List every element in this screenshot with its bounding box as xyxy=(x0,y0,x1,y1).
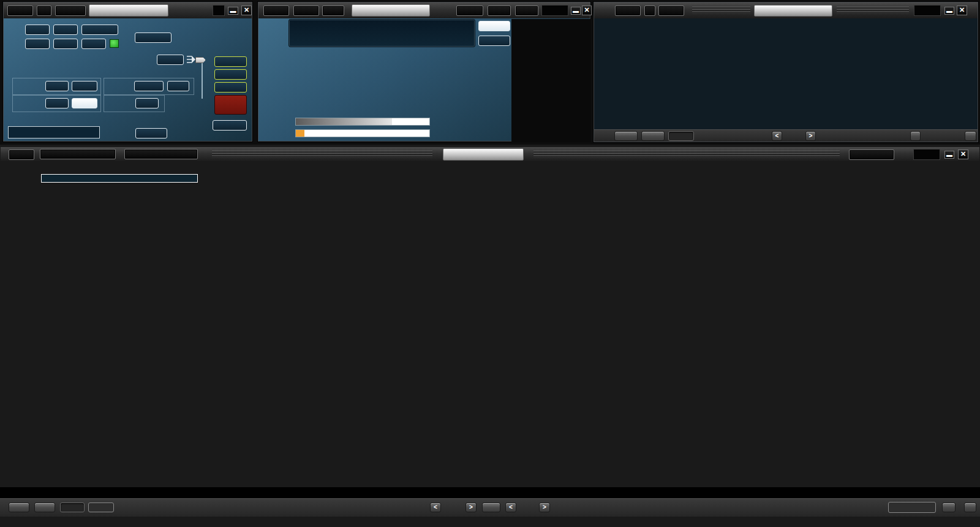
del-vrx-button[interactable] xyxy=(214,69,247,80)
rdsw-button[interactable] xyxy=(293,6,319,16)
mainsp-title[interactable] xyxy=(443,148,524,161)
main-x-axis-labels xyxy=(0,287,973,296)
fmaf-button[interactable] xyxy=(658,6,684,16)
titlebar-grip xyxy=(533,151,840,158)
rf-gain-handle[interactable] xyxy=(195,57,206,63)
aux-info-button[interactable] xyxy=(910,131,921,141)
aux-spectrum-canvas[interactable] xyxy=(594,18,979,72)
exw-button[interactable] xyxy=(322,6,344,16)
aux-sp-panel: ▬ ✕ < > xyxy=(593,1,979,143)
main-panel-title[interactable] xyxy=(89,4,168,17)
vfo-button[interactable] xyxy=(482,502,500,512)
add-vrx-button[interactable] xyxy=(214,56,247,67)
aux-close-button[interactable]: ✕ xyxy=(957,6,967,15)
main-plugins-button[interactable] xyxy=(55,6,86,16)
titlebar-grip xyxy=(692,7,750,14)
step-lock-button[interactable] xyxy=(849,150,894,160)
rx-control-panel: ▬ ✕ xyxy=(257,1,591,142)
sp2-button[interactable] xyxy=(53,39,78,49)
squelch-slider[interactable] xyxy=(295,118,430,126)
main-ma-button[interactable] xyxy=(37,6,51,16)
tuner2-bias-button[interactable] xyxy=(45,98,69,108)
rx-sett-button[interactable] xyxy=(263,6,289,16)
aux-sett-button[interactable] xyxy=(615,6,641,16)
titlebar-grip xyxy=(837,7,909,14)
aux-panel-title[interactable] xyxy=(754,5,832,17)
peak-button[interactable] xyxy=(478,21,510,31)
rx-close-button[interactable]: ✕ xyxy=(582,6,592,15)
stop-button[interactable] xyxy=(214,95,247,115)
zoom-in-button[interactable]: > xyxy=(466,502,477,512)
notch-mwfm-button[interactable] xyxy=(134,81,164,91)
ifmode-lif-button[interactable] xyxy=(135,98,159,108)
zoom-out-button[interactable]: < xyxy=(430,502,441,512)
mainsp-minimize-button[interactable]: ▬ xyxy=(944,151,954,159)
rx-minimize-button[interactable]: ▬ xyxy=(571,7,581,15)
squelch-slider-fill xyxy=(296,118,392,125)
mem-pan-button[interactable] xyxy=(213,120,247,131)
main-sp-window: ▬ ✕ < > < xyxy=(0,145,980,527)
wf-view-button[interactable] xyxy=(34,502,55,512)
sp-view-button[interactable] xyxy=(9,502,29,512)
iq-out-button[interactable] xyxy=(478,36,510,46)
volume-slider[interactable] xyxy=(295,129,430,137)
aux-f-button[interactable] xyxy=(644,6,655,16)
tuner1-hiz-button[interactable] xyxy=(45,81,69,91)
sp1-button[interactable] xyxy=(25,39,50,49)
mainsp-close-button[interactable]: ✕ xyxy=(958,150,968,159)
save-ws-button[interactable] xyxy=(135,128,167,138)
mctr-button[interactable] xyxy=(488,6,511,16)
aux-sp-view-button[interactable] xyxy=(614,131,638,141)
aux-spwf-view-button[interactable] xyxy=(668,131,694,141)
tuner2-50ohm-button[interactable] xyxy=(72,98,97,108)
scheduler-button[interactable] xyxy=(81,25,118,35)
aux-zoom-in-button[interactable]: > xyxy=(805,131,816,141)
titlebar-grip xyxy=(212,151,432,158)
main-sett-button[interactable] xyxy=(7,6,33,16)
notch-dab-button[interactable] xyxy=(167,81,189,91)
main-panel-titlebar[interactable]: ▬ ✕ xyxy=(4,2,252,18)
aux-wf-view-button[interactable] xyxy=(641,131,665,141)
s-meter xyxy=(41,174,198,183)
aux-zoom-out-button[interactable]: < xyxy=(772,131,782,141)
resize-button[interactable] xyxy=(964,502,976,512)
aux-waterfall-canvas[interactable] xyxy=(594,80,979,130)
spwf-view-button[interactable] xyxy=(60,502,85,512)
tuner1-50ohm-button[interactable] xyxy=(72,81,97,91)
mainsp-sett-button[interactable] xyxy=(9,150,34,160)
main-vrx-digit xyxy=(213,5,225,16)
combo-view-button[interactable] xyxy=(88,502,114,512)
load-bars xyxy=(8,126,100,138)
rx-titlebar[interactable]: ▬ ✕ xyxy=(258,2,590,18)
scan-button[interactable] xyxy=(53,25,78,35)
rx-panel-title[interactable] xyxy=(352,4,430,17)
main-close-button[interactable]: ✕ xyxy=(241,6,252,15)
aux-minimize-button[interactable]: ▬ xyxy=(944,7,954,15)
aux-titlebar[interactable]: ▬ ✕ xyxy=(594,2,978,18)
opt-button[interactable] xyxy=(25,25,50,35)
decimation-value[interactable] xyxy=(157,55,184,65)
rbw-up-button[interactable]: > xyxy=(539,502,550,512)
frequency-display[interactable] xyxy=(288,19,475,47)
rx-button[interactable] xyxy=(81,39,106,49)
sqlc-threshold-button[interactable] xyxy=(888,502,936,513)
volume-slider-handle[interactable] xyxy=(296,130,304,137)
info-button[interactable] xyxy=(942,502,956,512)
mainsp-vrx-display xyxy=(913,149,940,160)
aux-resize-button[interactable] xyxy=(965,131,976,141)
lo-lock-button[interactable] xyxy=(214,82,247,93)
mainsp-titlebar[interactable]: ▬ ✕ xyxy=(1,147,979,161)
main-panel: ▬ ✕ xyxy=(2,1,253,142)
rbw-down-button[interactable]: < xyxy=(505,502,516,512)
main-minimize-button[interactable]: ▬ xyxy=(228,7,238,15)
tctr-button[interactable] xyxy=(515,6,538,16)
rf-gain-track[interactable] xyxy=(202,58,203,99)
screenshot-button[interactable] xyxy=(124,149,198,159)
pwr-snr-csv-button[interactable] xyxy=(40,149,116,159)
rx-status-led xyxy=(110,39,119,48)
single-mode-button[interactable] xyxy=(135,32,172,43)
mainsp-toolbar: < > < > xyxy=(0,498,980,517)
main-waterfall-canvas[interactable] xyxy=(0,299,980,487)
rsyn1-button[interactable] xyxy=(456,6,483,16)
rx-signal-meter xyxy=(512,20,590,52)
